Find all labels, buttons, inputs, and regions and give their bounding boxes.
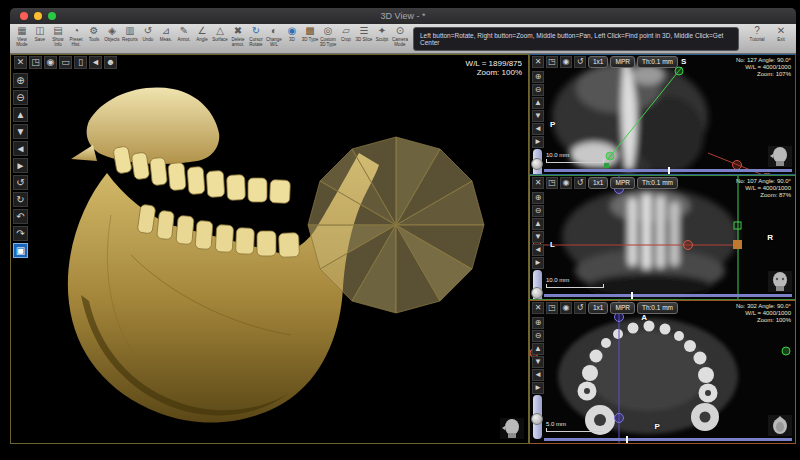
layout-1x1-button[interactable]: 1x1: [588, 302, 608, 314]
zoom-window-button[interactable]: [48, 12, 56, 20]
close-icon[interactable]: ✕: [532, 177, 544, 189]
toolbar-view-mode[interactable]: ▦View Mode: [13, 25, 31, 53]
expand-icon[interactable]: ◳: [546, 302, 558, 314]
patient-head-icon[interactable]: ☻: [104, 56, 117, 69]
slider-tick[interactable]: [626, 436, 628, 443]
toolbar-camera-mode[interactable]: ⊙Camera Mode: [391, 25, 409, 53]
snapshot-icon[interactable]: ◉: [560, 177, 572, 189]
toolbar-meas[interactable]: ⊿Meas.: [157, 25, 175, 53]
toolbar-tools[interactable]: ⚙Tools: [85, 25, 103, 53]
zoom-out-icon[interactable]: ⊖: [532, 84, 544, 96]
rotate-ccw-icon[interactable]: ↺: [13, 175, 28, 190]
mpr-button[interactable]: MPR: [610, 56, 634, 68]
slice-scroll-slider[interactable]: [533, 270, 542, 300]
slider-thumb[interactable]: [531, 413, 543, 425]
mpr-button[interactable]: MPR: [610, 177, 634, 189]
slice-scroll-slider[interactable]: [533, 395, 542, 439]
volume-3d-icon[interactable]: ▣: [13, 243, 28, 258]
zoom-out-icon[interactable]: ⊖: [13, 90, 28, 105]
toolbar-surface[interactable]: △Surface: [211, 25, 229, 53]
snapshot-icon[interactable]: ◉: [560, 302, 572, 314]
zoom-out-icon[interactable]: ⊖: [532, 330, 544, 342]
pan-right-icon[interactable]: ►: [13, 158, 28, 173]
pan-right-icon[interactable]: ►: [532, 382, 544, 394]
toolbar-exit[interactable]: ✕Exit: [769, 25, 793, 53]
mpr-button[interactable]: MPR: [610, 302, 634, 314]
toolbar-save[interactable]: ◫Save: [31, 25, 49, 53]
slider-thumb[interactable]: [531, 158, 543, 170]
sagittal-slice-viewport[interactable]: ✕ ◳ ◉ ↺ 1x1 MPR Th:0.1 mm ⊕ ⊖ ▲ ▼ ◄ ► No…: [529, 54, 796, 175]
slice-scroll-slider[interactable]: [533, 149, 542, 175]
close-icon[interactable]: ✕: [532, 56, 544, 68]
zoom-in-icon[interactable]: ⊕: [532, 192, 544, 204]
expand-icon[interactable]: ◳: [546, 56, 558, 68]
close-icon[interactable]: ✕: [14, 56, 27, 69]
snapshot-icon[interactable]: ◉: [44, 56, 57, 69]
close-window-button[interactable]: [20, 12, 28, 20]
zoom-out-icon[interactable]: ⊖: [532, 205, 544, 217]
toolbar-delete-annot[interactable]: ✖Delete annot.: [229, 25, 247, 53]
toolbar-angle[interactable]: ∠Angle: [193, 25, 211, 53]
display-b-icon[interactable]: ▯: [74, 56, 87, 69]
slice-position-slider[interactable]: [544, 294, 792, 297]
close-icon[interactable]: ✕: [532, 302, 544, 314]
reset-icon[interactable]: ↺: [574, 302, 586, 314]
pan-down-icon[interactable]: ▼: [532, 110, 544, 122]
thickness-button[interactable]: Th:0.1 mm: [637, 56, 678, 68]
slider-tick[interactable]: [668, 167, 670, 174]
toolbar-3d-type[interactable]: ▩3D Type: [301, 25, 319, 53]
zoom-in-icon[interactable]: ⊕: [532, 71, 544, 83]
snapshot-icon[interactable]: ◉: [560, 56, 572, 68]
back-icon[interactable]: ◄: [89, 56, 102, 69]
layout-1x1-button[interactable]: 1x1: [588, 56, 608, 68]
toolbar-3d[interactable]: ◉3D: [283, 25, 301, 53]
pan-up-icon[interactable]: ▲: [13, 107, 28, 122]
toolbar-preset-hist[interactable]: ◔Preset Hist.: [67, 25, 85, 53]
pan-left-icon[interactable]: ◄: [532, 244, 544, 256]
slice-position-slider[interactable]: [544, 169, 792, 172]
pan-down-icon[interactable]: ▼: [13, 124, 28, 139]
pan-up-icon[interactable]: ▲: [532, 97, 544, 109]
toolbar-change-wl[interactable]: ◐Change W/L: [265, 25, 283, 53]
toolbar-cursor-rotate[interactable]: ↻Cursor Rotate: [247, 25, 265, 53]
pan-left-icon[interactable]: ◄: [532, 369, 544, 381]
pan-left-icon[interactable]: ◄: [13, 141, 28, 156]
zoom-in-icon[interactable]: ⊕: [532, 317, 544, 329]
toolbar-objects[interactable]: ◈Objects: [103, 25, 121, 53]
pan-right-icon[interactable]: ►: [532, 136, 544, 148]
rotate-cw-icon[interactable]: ↻: [13, 192, 28, 207]
reset-icon[interactable]: ↺: [574, 177, 586, 189]
slider-tick[interactable]: [631, 292, 633, 299]
toolbar-reports[interactable]: ▥Reports: [121, 25, 139, 53]
layout-1x1-button[interactable]: 1x1: [588, 177, 608, 189]
toolbar-3d-slice[interactable]: ☰3D Slice: [355, 25, 373, 53]
roll-left-icon[interactable]: ↶: [13, 209, 28, 224]
pan-left-icon[interactable]: ◄: [532, 123, 544, 135]
slice-position-slider[interactable]: [544, 438, 792, 441]
toolbar-annot[interactable]: ✎Annot.: [175, 25, 193, 53]
axial-slice-viewport[interactable]: ✕ ◳ ◉ ↺ 1x1 MPR Th:0.1 mm ⊕ ⊖ ▲ ▼ ◄ ► No…: [529, 300, 796, 444]
thickness-button[interactable]: Th:0.1 mm: [637, 177, 678, 189]
zoom-in-icon[interactable]: ⊕: [13, 73, 28, 88]
roll-right-icon[interactable]: ↷: [13, 226, 28, 241]
pan-up-icon[interactable]: ▲: [532, 343, 544, 355]
pan-up-icon[interactable]: ▲: [532, 218, 544, 230]
toolbar-tutorial[interactable]: ?Tutorial: [745, 25, 769, 53]
expand-icon[interactable]: ◳: [546, 177, 558, 189]
reset-icon[interactable]: ↺: [574, 56, 586, 68]
pan-down-icon[interactable]: ▼: [532, 231, 544, 243]
3d-volume-viewport[interactable]: ✕ ◳ ◉ ▭ ▯ ◄ ☻ ⊕ ⊖ ▲ ▼ ◄ ► ↺ ↻ ↶ ↷ ▣: [10, 54, 529, 444]
coronal-slice-viewport[interactable]: ✕ ◳ ◉ ↺ 1x1 MPR Th:0.1 mm ⊕ ⊖ ▲ ▼ ◄ ► No…: [529, 175, 796, 300]
toolbar-crop[interactable]: ▱Crop: [337, 25, 355, 53]
toolbar-undo[interactable]: ↺Undo: [139, 25, 157, 53]
expand-icon[interactable]: ◳: [29, 56, 42, 69]
toolbar-show-info[interactable]: ▤Show Info: [49, 25, 67, 53]
pan-down-icon[interactable]: ▼: [532, 356, 544, 368]
thickness-button[interactable]: Th:0.1 mm: [637, 302, 678, 314]
toolbar-custom-3d-type[interactable]: ◎Custom 3D Type: [319, 25, 337, 53]
pan-right-icon[interactable]: ►: [532, 257, 544, 269]
slider-thumb[interactable]: [531, 287, 543, 299]
minimize-window-button[interactable]: [34, 12, 42, 20]
toolbar-sculpt[interactable]: ✦Sculpt: [373, 25, 391, 53]
display-a-icon[interactable]: ▭: [59, 56, 72, 69]
